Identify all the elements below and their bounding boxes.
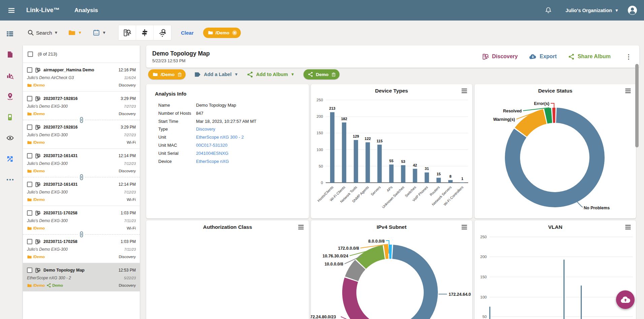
remove-filter-icon[interactable] [232,30,237,36]
result-folder-tag[interactable]: /Demo [27,169,45,173]
wifi-analysis-filter-toggle[interactable] [154,25,171,40]
user-avatar[interactable] [627,5,637,15]
info-label: Unit [155,133,196,141]
result-header-card: Demo Topology Map 5/22/23 12:53 PM Disco… [146,45,639,68]
result-list-item[interactable]: Demo Topology Map12:53 PMEtherScope nXG … [23,263,140,291]
result-unit: Julio's Demo EXG-300 [27,190,68,194]
date-filter[interactable]: ▼ [93,29,106,36]
result-folder-tag[interactable]: /Demo [27,226,45,231]
hamburger-menu-icon[interactable] [5,4,18,17]
ipv4-subnet-chart-card: IPv4 Subnet 172.24.64.0172.24.80.0/2310.… [311,220,472,319]
folder-filter[interactable]: ▼ [68,29,82,36]
page-title: Analysis [74,7,98,14]
add-to-album-button[interactable]: Add to Album ▼ [247,71,294,78]
result-checkbox[interactable] [27,153,32,158]
result-unit: Julio's Demo EXG-300 [27,218,68,223]
scrollbar-thumb[interactable] [635,64,639,147]
discovery-button[interactable]: Discovery [482,53,518,60]
svg-text:55: 55 [389,159,393,163]
more-actions-kebab-icon[interactable]: ⋮ [624,53,633,61]
result-list-item[interactable]: 20230711-1702581:03 PMJulio's Demo EXG-3… [23,206,140,234]
result-album-tag[interactable]: Demo [46,283,63,288]
discovery-filter-toggle[interactable] [119,25,136,40]
result-checkbox[interactable] [27,210,32,216]
analysis-info-title: Analysis Info [155,91,300,97]
observer-eye-icon[interactable] [0,130,20,146]
info-value[interactable]: 00C017-531320 [196,141,227,149]
result-date: 7/12/23 [124,190,136,194]
svg-text:250: 250 [480,235,487,239]
result-time: 1:03 PM [121,239,136,244]
result-checkbox[interactable] [27,96,32,101]
result-checkbox[interactable] [27,182,32,187]
result-folder-tag[interactable]: /Demo [27,198,45,202]
result-checkbox[interactable] [27,239,32,244]
result-type: Wi-Fi [127,226,136,230]
result-time: 12:16 PM [119,68,136,72]
info-value[interactable]: Discovery [196,125,215,133]
notifications-bell-icon[interactable] [543,5,553,15]
remove-folder-tag-icon[interactable] [177,72,182,77]
info-value[interactable]: EtherScope nXG [196,157,229,166]
upload-cloud-fab[interactable] [616,290,635,309]
result-list-item[interactable]: airmapper_Hamina Demo12:16 PMJulio's Dem… [23,63,140,91]
result-list-item[interactable]: 20230712-16143112:14 PMJulio's Demo EXG-… [23,177,140,206]
reports-icon[interactable] [0,47,20,62]
organization-switcher[interactable]: Julio's Organization ▼ [566,8,619,13]
result-time: 3:29 PM [121,125,136,130]
search-label: Search [36,30,52,36]
info-value[interactable]: EtherScope nXG 300 - 2 [196,133,244,141]
result-time: 3:29 PM [121,96,136,101]
remove-album-tag-icon[interactable] [331,72,336,77]
linked-results-icon [79,231,84,238]
result-datetime: 5/22/23 12:53 PM [152,59,210,63]
info-value[interactable]: 2041004ESNXG [196,149,228,157]
result-checkbox[interactable] [27,268,32,273]
result-folder-tag[interactable]: /Demo [27,283,45,288]
path-analysis-filter-toggle[interactable] [136,25,154,40]
results-list-icon[interactable] [0,26,20,41]
folder-tag-chip[interactable]: /Demo [148,69,186,79]
analysis-info-row: Unit Serial2041004ESNXG [155,149,300,157]
result-folder-tag[interactable]: /Demo [27,112,45,116]
search-control[interactable]: Search ▼ [27,29,58,36]
active-filter-chip[interactable]: /Demo [203,28,241,38]
share-album-button[interactable]: Share Album [568,54,611,60]
result-list-item[interactable]: 20230727-1928163:29 PMJulio's Demo EXG-3… [23,120,140,148]
analysis-info-row: NameDemo Topology Map [155,101,300,109]
folder-icon [27,283,32,288]
result-type: Discovery [119,169,136,173]
svg-text:50: 50 [319,164,323,168]
folder-icon [208,30,213,35]
analysis-info-row: Unit MAC00C017-531320 [155,141,300,149]
folder-icon [153,72,158,77]
airmapper-location-icon[interactable] [0,88,20,104]
share-icon [568,54,575,60]
result-time: 1:03 PM [121,211,136,215]
result-checkbox[interactable] [27,67,32,73]
result-list-item[interactable]: 20230727-1928163:29 PMJulio's Demo EXG-3… [23,92,140,120]
analysis-info-row: TypeDiscovery [155,125,300,133]
svg-text:42: 42 [413,163,417,167]
export-button[interactable]: Export [529,54,557,60]
result-folder-tag[interactable]: /Demo [27,140,45,145]
organization-name: Julio's Organization [566,8,612,13]
results-list-header: (8 of 213) [23,45,140,63]
discovery-file-icon [35,182,41,187]
clear-filters-button[interactable]: Clear [181,30,194,36]
analysis-charts-icon[interactable] [0,68,20,83]
filter-chip-label: /Demo [216,30,229,35]
result-folder-tag[interactable]: /Demo [27,83,45,87]
more-options-icon[interactable] [0,172,20,187]
connections-arrows-icon[interactable] [0,151,20,167]
result-checkbox[interactable] [27,125,32,130]
add-label-button[interactable]: Add a Label ▼ [194,72,238,77]
select-all-checkbox[interactable] [28,51,33,57]
result-folder-tag[interactable]: /Demo [27,255,45,259]
chevron-down-icon: ▼ [54,30,58,35]
units-device-icon[interactable] [0,109,20,125]
result-list-item[interactable]: 20230711-1702581:03 PMJulio's Demo EXG-3… [23,235,140,263]
result-list-item[interactable]: 20230712-16143112:14 PMJulio's Demo EXG-… [23,149,140,177]
svg-text:Warning(s): Warning(s) [493,117,515,122]
album-tag-chip[interactable]: Demo [303,69,340,79]
